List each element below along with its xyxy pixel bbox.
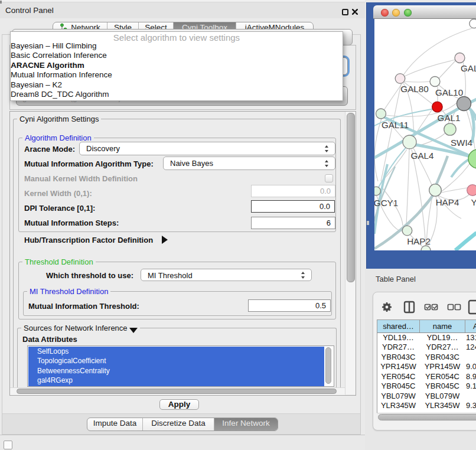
svg-text:GAL1: GAL1 [438, 113, 461, 123]
svg-text:GAL11: GAL11 [382, 120, 409, 130]
svg-text:GAL2: GAL2 [461, 63, 476, 73]
svg-text:GAL10: GAL10 [435, 87, 463, 97]
svg-text:GAL80: GAL80 [400, 84, 428, 94]
svg-text:SWI4: SWI4 [451, 138, 472, 148]
svg-text:GAL4: GAL4 [411, 151, 434, 161]
svg-text:HAP4: HAP4 [436, 197, 459, 207]
svg-text:HAP2: HAP2 [407, 236, 431, 246]
svg-text:YJ: YJ [471, 197, 476, 207]
svg-text:GCY1: GCY1 [374, 198, 398, 208]
